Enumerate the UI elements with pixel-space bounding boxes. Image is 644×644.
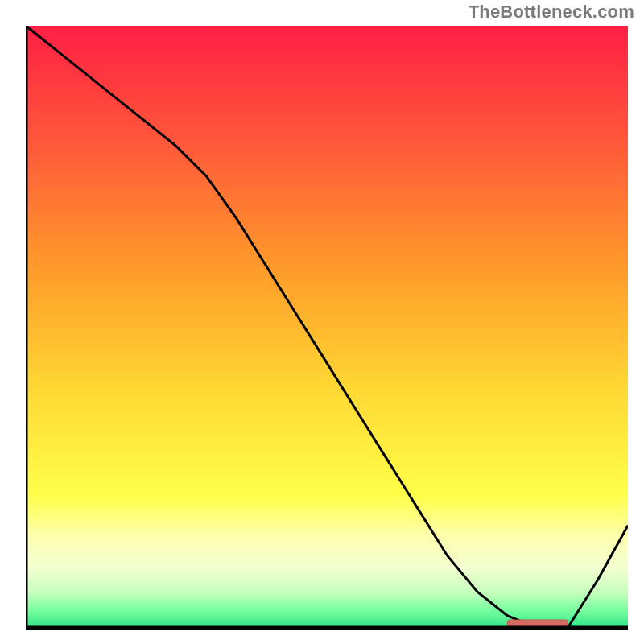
chart-background [26, 26, 628, 628]
chart-canvas [26, 26, 628, 631]
chart-marker [507, 620, 568, 626]
watermark-label: TheBottleneck.com [469, 2, 634, 23]
